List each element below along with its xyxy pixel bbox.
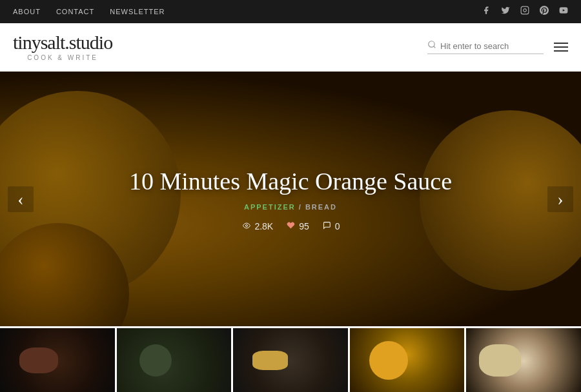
thumb-bg-5: [466, 328, 581, 392]
header-right: [427, 40, 568, 54]
heart-icon: [286, 221, 296, 231]
likes-count: 95: [299, 221, 309, 231]
facebook-icon[interactable]: [482, 6, 491, 17]
youtube-icon[interactable]: [559, 6, 568, 17]
thumb-bg-3: [233, 328, 348, 392]
hero-categories: APPETIZER / BREAD: [129, 203, 452, 211]
svg-rect-0: [521, 6, 529, 14]
logo[interactable]: tinysalt.studio COOK & WRITE: [13, 33, 112, 61]
hero-prev-button[interactable]: ‹: [8, 186, 34, 212]
hero-content: 10 Minutes Magic Orange Sauce APPETIZER …: [129, 167, 452, 231]
category-bread[interactable]: BREAD: [305, 203, 337, 211]
views-icon: [241, 221, 251, 231]
comments-count: 0: [335, 221, 340, 231]
thumb-bg-1: [0, 328, 115, 392]
menu-bar-3: [554, 50, 568, 52]
site-header: tinysalt.studio COOK & WRITE: [0, 23, 581, 72]
thumb-bg-2: [117, 328, 232, 392]
search-icon: [427, 40, 436, 52]
hero-next-button[interactable]: ›: [547, 186, 573, 212]
thumbnail-3[interactable]: [233, 328, 350, 392]
food-3: [252, 351, 288, 370]
category-appetizer[interactable]: APPETIZER: [244, 203, 296, 211]
hamburger-menu-button[interactable]: [554, 43, 568, 52]
about-link[interactable]: ABOUT: [13, 8, 41, 15]
food-5: [479, 344, 521, 377]
twitter-icon[interactable]: [501, 6, 510, 17]
hero-section: ‹ › 10 Minutes Magic Orange Sauce APPETI…: [0, 72, 581, 326]
top-nav-links: ABOUT CONTACT NEWSLETTER: [13, 8, 165, 15]
views-count: 2.8K: [254, 221, 273, 231]
svg-point-3: [429, 41, 434, 47]
top-navigation: ABOUT CONTACT NEWSLETTER: [0, 0, 581, 23]
logo-title: tinysalt.studio: [13, 33, 112, 52]
contact-link[interactable]: CONTACT: [56, 8, 94, 15]
hero-stats: 2.8K 95 0: [129, 221, 452, 231]
menu-bar-2: [554, 46, 568, 48]
hero-title: 10 Minutes Magic Orange Sauce: [129, 167, 452, 195]
newsletter-link[interactable]: NEWSLETTER: [110, 8, 165, 15]
food-4: [369, 341, 408, 380]
comment-icon: [322, 221, 332, 231]
thumbnail-5[interactable]: [466, 328, 581, 392]
pinterest-icon[interactable]: [540, 6, 549, 17]
social-links: [482, 6, 568, 17]
search-input[interactable]: [440, 41, 544, 51]
search-area: [427, 40, 544, 54]
logo-subtitle: COOK & WRITE: [13, 54, 112, 61]
views-stat: 2.8K: [241, 221, 273, 231]
svg-point-5: [245, 224, 247, 226]
thumbnail-1[interactable]: [0, 328, 117, 392]
thumbnail-4[interactable]: [350, 328, 467, 392]
thumbnail-2[interactable]: [117, 328, 234, 392]
svg-line-4: [434, 46, 436, 48]
likes-stat: 95: [286, 221, 309, 231]
instagram-icon[interactable]: [520, 6, 529, 17]
thumb-bg-4: [350, 328, 465, 392]
food-1: [19, 348, 58, 373]
category-separator: /: [296, 203, 305, 211]
comments-stat: 0: [322, 221, 340, 231]
thumbnail-strip: [0, 326, 581, 392]
menu-bar-1: [554, 43, 568, 44]
food-2: [139, 344, 172, 377]
